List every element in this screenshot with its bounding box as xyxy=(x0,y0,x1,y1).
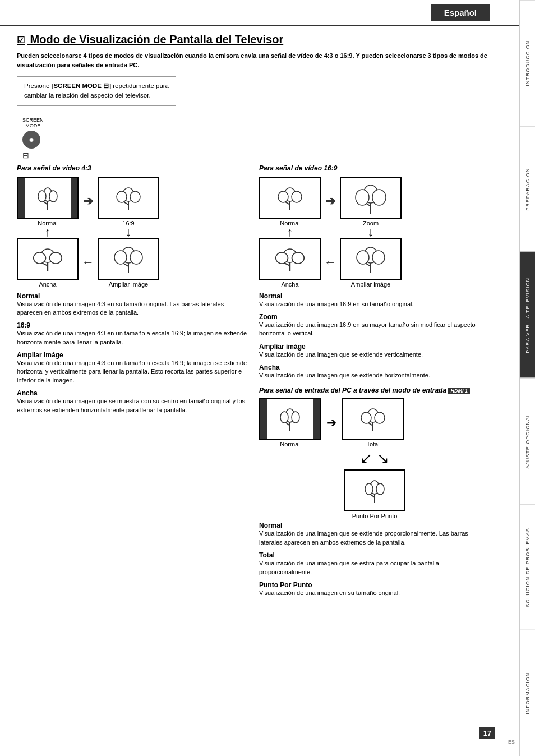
ancha-image-169: Ancha xyxy=(259,238,321,288)
arrow-normal-to-total: ➔ xyxy=(326,416,336,430)
ampliar-label-43: Ampliar imáge xyxy=(98,281,159,288)
screen-mode-btn-icon: ● xyxy=(22,131,40,149)
svg-point-23 xyxy=(278,191,288,202)
svg-point-29 xyxy=(372,190,386,205)
sidebar-tab-introduccion[interactable]: INTRODUCCIÓN xyxy=(520,0,535,126)
svg-point-8 xyxy=(117,191,127,202)
svg-point-24 xyxy=(292,191,302,202)
desc-zoom: Zoom Visualización de una imagen 16:9 en… xyxy=(259,313,490,338)
svg-point-28 xyxy=(356,190,369,205)
arrow-ampliar-to-ancha: ← xyxy=(324,255,336,270)
total-label: Total xyxy=(342,441,404,448)
ancha-label-169: Ancha xyxy=(259,281,321,288)
video43-section: Para señal de vídeo 4:3 xyxy=(17,164,248,602)
right-column: Para señal de vídeo 16:9 xyxy=(259,164,490,602)
sidebar-tab-para-ver[interactable]: PARA VER LA TELEVISIÓN xyxy=(520,252,535,378)
main-content: ☑ Modo de Visualización de Pantalla del … xyxy=(0,26,518,624)
svg-point-53 xyxy=(365,483,373,495)
normal-image-169: Normal xyxy=(259,177,321,227)
desc-normal-pc: Normal Visualización de una imagen que s… xyxy=(259,522,490,547)
screen-mode-instruction: Presione [SCREEN MODE ⊟] repetidamente p… xyxy=(17,76,176,106)
page-number-area: 17 ES xyxy=(508,738,515,745)
normal-label-43: Normal xyxy=(17,220,79,227)
svg-point-43 xyxy=(280,412,288,423)
desc-169: 16:9 Visualización de una imagen 4:3 en … xyxy=(17,321,248,347)
top-header: Español xyxy=(0,0,535,26)
arrow-normal-to-169: ➔ xyxy=(83,194,93,209)
svg-line-1 xyxy=(43,201,48,205)
desc-ampliar-169: Ampliar imáge Visualización de una image… xyxy=(259,343,490,359)
title-checkbox: ☑ xyxy=(17,35,25,45)
ampliar-image-43: Ampliar imáge xyxy=(98,238,159,288)
screen-mode-button-graphic: SCREENMODE ● ⊟ xyxy=(22,117,496,160)
wide169-image: 16:9 xyxy=(98,177,159,227)
desc-punto: Punto Por Punto Visualización de una ima… xyxy=(259,581,490,597)
arrow-normal-to-zoom: ➔ xyxy=(325,194,335,209)
svg-point-44 xyxy=(292,412,299,423)
svg-point-48 xyxy=(361,412,371,423)
sidebar-tab-solucion[interactable]: SOLUCIÓN DE PROBLEMAS xyxy=(520,504,535,630)
svg-point-39 xyxy=(372,251,385,264)
svg-line-41 xyxy=(285,422,290,426)
hdmi-badge: HDMI 1 xyxy=(448,388,470,394)
svg-point-49 xyxy=(375,412,385,423)
normal-image-43: Normal xyxy=(17,177,79,227)
svg-point-18 xyxy=(114,251,127,264)
sidebar-tab-ajuste[interactable]: AJUSTE OPCIONAL xyxy=(520,378,535,504)
desc-total: Total Visualización de una imagen que se… xyxy=(259,551,490,577)
ampliar-label-169: Ampliar imáge xyxy=(340,281,402,288)
page-title: ☑ Modo de Visualización de Pantalla del … xyxy=(17,32,496,47)
normal-pc-label: Normal xyxy=(259,441,321,448)
desc-ancha-169: Ancha Visualización de una imagen que se… xyxy=(259,363,490,380)
svg-line-51 xyxy=(370,494,375,497)
desc-normal-169: Normal Visualización de una imagen 16:9 … xyxy=(259,292,490,308)
screen-mode-key: [SCREEN MODE ⊟] xyxy=(52,82,111,89)
total-image: Total xyxy=(342,398,404,448)
video43-title: Para señal de vídeo 4:3 xyxy=(17,164,248,172)
intro-text: Pueden seleccionarse 4 tipos de modos de… xyxy=(17,51,496,70)
ampliar-image-169: Ampliar imáge xyxy=(340,238,402,288)
svg-point-33 xyxy=(276,252,288,264)
page-number: 17 xyxy=(479,727,495,739)
page-lang: ES xyxy=(508,739,515,745)
svg-point-19 xyxy=(130,251,142,264)
pc-section: Para señal de entrada del PC a través de… xyxy=(259,386,490,597)
video169-title: Para señal de vídeo 16:9 xyxy=(259,164,490,172)
pc-images-row: Normal ➔ Total xyxy=(259,398,490,448)
svg-point-38 xyxy=(357,251,369,264)
punto-image: Punto Por Punto xyxy=(344,469,405,519)
arrow-ancha-to-ampliar: ← xyxy=(82,255,94,270)
language-badge: Español xyxy=(431,4,490,21)
punto-label: Punto Por Punto xyxy=(344,513,405,519)
sidebar-tab-informacion[interactable]: INFORMACIÓN xyxy=(520,630,535,756)
sidebar: INTRODUCCIÓN PREPARACIÓN PARA VER LA TEL… xyxy=(519,0,535,756)
svg-point-4 xyxy=(49,191,57,202)
pc-section-title: Para señal de entrada del PC a través de… xyxy=(259,386,490,394)
punto-image-container: Punto Por Punto xyxy=(259,469,490,519)
svg-point-9 xyxy=(130,191,140,202)
svg-point-3 xyxy=(38,191,46,202)
video169-section: Para señal de vídeo 16:9 xyxy=(259,164,490,380)
sidebar-tab-preparacion[interactable]: PREPARACIÓN xyxy=(520,126,535,252)
normal-pc-image: Normal xyxy=(259,398,321,448)
svg-point-13 xyxy=(34,252,46,264)
zoom-image: Zoom xyxy=(340,177,402,227)
desc-normal-43: Normal Visualización de una imagen 4:3 e… xyxy=(17,292,248,317)
corner-arrows: ↙ ↘ xyxy=(259,450,490,467)
two-column-layout: Para señal de vídeo 4:3 xyxy=(17,164,490,602)
desc-ancha-43: Ancha Visualización de una imagen que se… xyxy=(17,389,248,414)
desc-ampliar-43: Ampliar imáge Visualización de una image… xyxy=(17,351,248,385)
svg-point-34 xyxy=(292,252,305,264)
svg-point-14 xyxy=(50,252,62,264)
ancha-image-43: Ancha xyxy=(17,238,79,288)
svg-point-54 xyxy=(376,483,384,495)
ancha-label-43: Ancha xyxy=(17,281,79,288)
